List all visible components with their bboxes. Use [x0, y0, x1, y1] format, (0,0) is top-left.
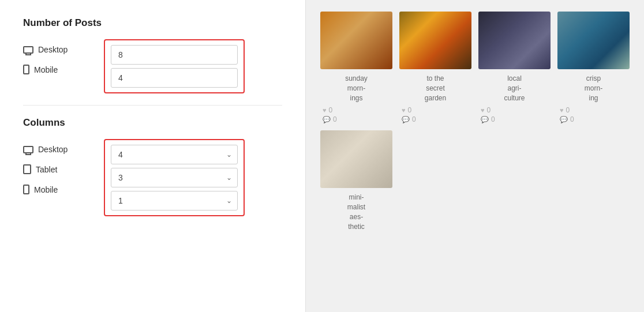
monitor-icon [23, 46, 33, 54]
post-title-2: to thesecretgarden [399, 74, 471, 103]
right-panel: sundaymorn-ings ♥ 0 💬 0 to thesecretgard… [306, 0, 644, 312]
mobile-posts-input[interactable] [111, 68, 238, 88]
post-thumbnail-1 [320, 12, 392, 69]
desktop-posts-input[interactable] [111, 45, 238, 65]
col-tablet-icon [23, 164, 31, 174]
post-title-4: crispmorn-ing [557, 74, 630, 103]
posts-grid: sundaymorn-ings ♥ 0 💬 0 to thesecretgard… [320, 12, 630, 123]
post-thumbnail-4 [557, 12, 630, 69]
comments-count-1: 0 [333, 115, 337, 123]
number-of-posts-title: Number of Posts [23, 17, 282, 29]
col-desktop-wrapper: 123456 ⌄ [111, 145, 238, 164]
heart-icon-1: ♥ [323, 107, 327, 114]
comment-icon-3: 💬 [481, 116, 489, 123]
mobile-posts-label: Mobile [23, 65, 92, 74]
likes-row-2: ♥ 0 [402, 106, 411, 114]
comment-icon-1: 💬 [323, 116, 331, 123]
comments-count-2: 0 [412, 115, 416, 123]
post-card-2: to thesecretgarden ♥ 0 💬 0 [399, 12, 471, 123]
likes-count-3: 0 [487, 106, 491, 114]
likes-count-2: 0 [408, 106, 412, 114]
post-meta-4: ♥ 0 💬 0 [557, 106, 630, 123]
likes-row-1: ♥ 0 [323, 106, 332, 114]
likes-row-3: ♥ 0 [481, 106, 491, 114]
col-desktop-label: Desktop [23, 145, 92, 154]
post-card-3: localagri-culture ♥ 0 💬 0 [478, 12, 551, 123]
post-card-5: mini-malistaes-thetic [320, 130, 392, 235]
col-tablet-select[interactable]: 1234 [111, 168, 238, 187]
col-mobile-select[interactable]: 123 [111, 191, 238, 210]
col-mobile-wrapper: 123 ⌄ [111, 191, 238, 210]
col-tablet-wrapper: 1234 ⌄ [111, 168, 238, 187]
post-card-1: sundaymorn-ings ♥ 0 💬 0 [320, 12, 392, 123]
col-mobile-icon [23, 185, 29, 194]
likes-count-4: 0 [566, 106, 570, 114]
post-title-5: mini-malistaes-thetic [320, 193, 392, 231]
left-panel: Number of Posts Desktop Mobile Columns D… [0, 0, 306, 312]
comments-row-4: 💬 0 [560, 115, 574, 123]
heart-icon-2: ♥ [402, 107, 406, 114]
heart-icon-4: ♥ [560, 107, 564, 114]
comments-row-1: 💬 0 [323, 115, 337, 123]
comments-row-2: 💬 0 [402, 115, 416, 123]
likes-row-4: ♥ 0 [560, 106, 570, 114]
likes-count-1: 0 [329, 106, 333, 114]
columns-title: Columns [23, 117, 282, 129]
comments-row-3: 💬 0 [481, 115, 495, 123]
post-title-3: localagri-culture [478, 74, 551, 103]
col-desktop-select[interactable]: 123456 [111, 145, 238, 164]
col-monitor-icon [23, 146, 33, 153]
comment-icon-2: 💬 [402, 116, 410, 123]
post-thumbnail-2 [399, 12, 471, 69]
col-tablet-label: Tablet [23, 164, 92, 174]
comments-count-3: 0 [491, 115, 495, 123]
mobile-icon [23, 65, 29, 74]
posts-grid-second: mini-malistaes-thetic [320, 130, 630, 235]
post-card-4: crispmorn-ing ♥ 0 💬 0 [557, 12, 630, 123]
col-mobile-label: Mobile [23, 185, 92, 194]
desktop-posts-label: Desktop [23, 45, 92, 54]
comment-icon-4: 💬 [560, 116, 568, 123]
post-title-1: sundaymorn-ings [320, 74, 392, 103]
columns-red-box: 123456 ⌄ 1234 ⌄ 123 ⌄ [104, 139, 245, 216]
post-thumbnail-3 [478, 12, 551, 69]
heart-icon-3: ♥ [481, 107, 485, 114]
comments-count-4: 0 [570, 115, 574, 123]
post-meta-1: ♥ 0 💬 0 [320, 106, 392, 123]
post-meta-2: ♥ 0 💬 0 [399, 106, 471, 123]
section-divider [23, 105, 282, 106]
posts-red-box [104, 39, 245, 93]
post-meta-3: ♥ 0 💬 0 [478, 106, 551, 123]
post-thumbnail-5 [320, 130, 392, 188]
